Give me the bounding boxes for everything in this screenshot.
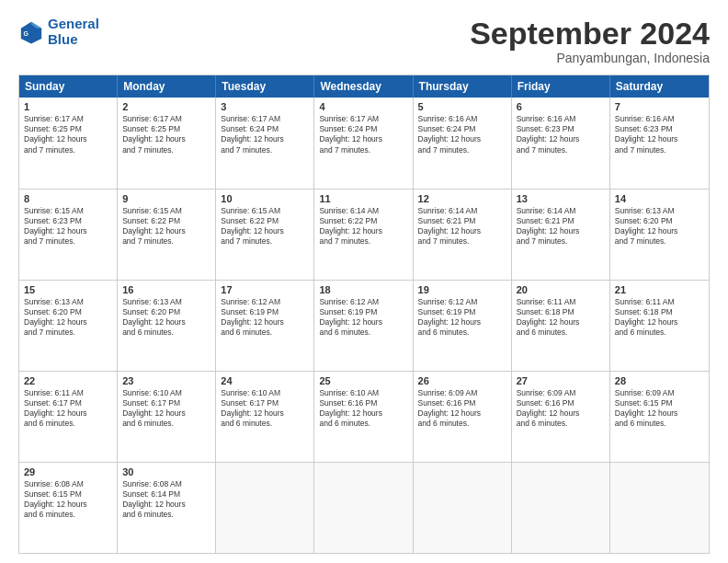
day-number: 2	[122, 101, 210, 112]
calendar-cell: 3Sunrise: 6:17 AM Sunset: 6:24 PM Daylig…	[216, 98, 314, 188]
day-number: 3	[221, 101, 309, 112]
day-info: Sunrise: 6:17 AM Sunset: 6:24 PM Dayligh…	[319, 114, 407, 155]
calendar-cell: 7Sunrise: 6:16 AM Sunset: 6:23 PM Daylig…	[610, 98, 709, 188]
day-number: 6	[517, 101, 605, 112]
title-block: September 2024 Panyambungan, Indonesia	[470, 17, 710, 65]
calendar-cell: 15Sunrise: 6:13 AM Sunset: 6:20 PM Dayli…	[19, 281, 118, 371]
day-info: Sunrise: 6:08 AM Sunset: 6:15 PM Dayligh…	[24, 479, 112, 520]
day-info: Sunrise: 6:14 AM Sunset: 6:21 PM Dayligh…	[517, 206, 605, 247]
day-info: Sunrise: 6:13 AM Sunset: 6:20 PM Dayligh…	[615, 206, 704, 247]
day-info: Sunrise: 6:16 AM Sunset: 6:24 PM Dayligh…	[418, 114, 506, 155]
day-info: Sunrise: 6:12 AM Sunset: 6:19 PM Dayligh…	[221, 297, 309, 338]
day-number: 10	[221, 193, 309, 204]
day-info: Sunrise: 6:10 AM Sunset: 6:16 PM Dayligh…	[319, 388, 407, 429]
calendar-row-5: 29Sunrise: 6:08 AM Sunset: 6:15 PM Dayli…	[19, 462, 709, 553]
calendar-cell: 9Sunrise: 6:15 AM Sunset: 6:22 PM Daylig…	[118, 190, 216, 280]
calendar-cell: 13Sunrise: 6:14 AM Sunset: 6:21 PM Dayli…	[512, 190, 610, 280]
calendar-cell: 29Sunrise: 6:08 AM Sunset: 6:15 PM Dayli…	[19, 463, 118, 553]
logo: G General Blue	[18, 17, 99, 47]
day-info: Sunrise: 6:17 AM Sunset: 6:24 PM Dayligh…	[221, 114, 309, 155]
header-day-wednesday: Wednesday	[314, 75, 413, 98]
month-title: September 2024	[470, 17, 710, 51]
calendar-cell: 26Sunrise: 6:09 AM Sunset: 6:16 PM Dayli…	[414, 372, 512, 462]
day-number: 24	[221, 375, 309, 386]
calendar-cell: 21Sunrise: 6:11 AM Sunset: 6:18 PM Dayli…	[610, 281, 709, 371]
day-info: Sunrise: 6:08 AM Sunset: 6:14 PM Dayligh…	[122, 479, 210, 520]
calendar-cell: 19Sunrise: 6:12 AM Sunset: 6:19 PM Dayli…	[414, 281, 512, 371]
day-info: Sunrise: 6:14 AM Sunset: 6:22 PM Dayligh…	[319, 206, 407, 247]
day-number: 29	[24, 466, 112, 477]
calendar-cell: 30Sunrise: 6:08 AM Sunset: 6:14 PM Dayli…	[118, 463, 216, 553]
day-info: Sunrise: 6:13 AM Sunset: 6:20 PM Dayligh…	[122, 297, 210, 338]
calendar-row-3: 15Sunrise: 6:13 AM Sunset: 6:20 PM Dayli…	[19, 280, 709, 371]
day-number: 4	[319, 101, 407, 112]
calendar-cell: 14Sunrise: 6:13 AM Sunset: 6:20 PM Dayli…	[610, 190, 709, 280]
calendar-cell: 11Sunrise: 6:14 AM Sunset: 6:22 PM Dayli…	[314, 190, 413, 280]
day-info: Sunrise: 6:13 AM Sunset: 6:20 PM Dayligh…	[24, 297, 112, 338]
location-subtitle: Panyambungan, Indonesia	[470, 51, 710, 65]
day-info: Sunrise: 6:17 AM Sunset: 6:25 PM Dayligh…	[122, 114, 210, 155]
day-number: 20	[517, 284, 605, 295]
day-info: Sunrise: 6:15 AM Sunset: 6:23 PM Dayligh…	[24, 206, 112, 247]
page: G General Blue September 2024 Panyambung…	[0, 0, 728, 563]
day-info: Sunrise: 6:10 AM Sunset: 6:17 PM Dayligh…	[221, 388, 309, 429]
day-number: 28	[615, 375, 704, 386]
calendar-cell: 2Sunrise: 6:17 AM Sunset: 6:25 PM Daylig…	[118, 98, 216, 188]
day-number: 7	[615, 101, 704, 112]
day-info: Sunrise: 6:10 AM Sunset: 6:17 PM Dayligh…	[122, 388, 210, 429]
day-number: 26	[418, 375, 506, 386]
calendar-cell: 1Sunrise: 6:17 AM Sunset: 6:25 PM Daylig…	[19, 98, 118, 188]
calendar-cell: 25Sunrise: 6:10 AM Sunset: 6:16 PM Dayli…	[314, 372, 413, 462]
header-day-sunday: Sunday	[19, 75, 118, 98]
day-number: 16	[122, 284, 210, 295]
calendar-body: 1Sunrise: 6:17 AM Sunset: 6:25 PM Daylig…	[19, 98, 709, 553]
day-info: Sunrise: 6:15 AM Sunset: 6:22 PM Dayligh…	[221, 206, 309, 247]
day-number: 21	[615, 284, 704, 295]
day-number: 5	[418, 101, 506, 112]
logo-icon: G	[18, 19, 44, 45]
day-info: Sunrise: 6:17 AM Sunset: 6:25 PM Dayligh…	[24, 114, 112, 155]
day-number: 11	[319, 193, 407, 204]
day-info: Sunrise: 6:12 AM Sunset: 6:19 PM Dayligh…	[418, 297, 506, 338]
calendar-row-1: 1Sunrise: 6:17 AM Sunset: 6:25 PM Daylig…	[19, 98, 709, 188]
calendar-cell: 28Sunrise: 6:09 AM Sunset: 6:15 PM Dayli…	[610, 372, 709, 462]
day-number: 8	[24, 193, 112, 204]
day-info: Sunrise: 6:12 AM Sunset: 6:19 PM Dayligh…	[319, 297, 407, 338]
header: G General Blue September 2024 Panyambung…	[18, 17, 710, 65]
calendar-cell: 22Sunrise: 6:11 AM Sunset: 6:17 PM Dayli…	[19, 372, 118, 462]
day-number: 23	[122, 375, 210, 386]
calendar-cell	[414, 463, 512, 553]
day-info: Sunrise: 6:11 AM Sunset: 6:17 PM Dayligh…	[24, 388, 112, 429]
day-info: Sunrise: 6:11 AM Sunset: 6:18 PM Dayligh…	[517, 297, 605, 338]
day-number: 18	[319, 284, 407, 295]
calendar-header: SundayMondayTuesdayWednesdayThursdayFrid…	[19, 75, 709, 98]
calendar-cell	[216, 463, 314, 553]
calendar-cell: 8Sunrise: 6:15 AM Sunset: 6:23 PM Daylig…	[19, 190, 118, 280]
day-number: 19	[418, 284, 506, 295]
calendar-cell: 10Sunrise: 6:15 AM Sunset: 6:22 PM Dayli…	[216, 190, 314, 280]
day-info: Sunrise: 6:09 AM Sunset: 6:16 PM Dayligh…	[517, 388, 605, 429]
header-day-friday: Friday	[512, 75, 610, 98]
calendar-cell: 6Sunrise: 6:16 AM Sunset: 6:23 PM Daylig…	[512, 98, 610, 188]
calendar-cell: 16Sunrise: 6:13 AM Sunset: 6:20 PM Dayli…	[118, 281, 216, 371]
header-day-saturday: Saturday	[610, 75, 709, 98]
calendar-row-2: 8Sunrise: 6:15 AM Sunset: 6:23 PM Daylig…	[19, 189, 709, 280]
day-info: Sunrise: 6:11 AM Sunset: 6:18 PM Dayligh…	[615, 297, 704, 338]
svg-text:G: G	[24, 30, 29, 37]
day-number: 1	[24, 101, 112, 112]
calendar-cell: 23Sunrise: 6:10 AM Sunset: 6:17 PM Dayli…	[118, 372, 216, 462]
day-number: 27	[517, 375, 605, 386]
calendar-cell	[314, 463, 413, 553]
calendar-cell: 17Sunrise: 6:12 AM Sunset: 6:19 PM Dayli…	[216, 281, 314, 371]
calendar-row-4: 22Sunrise: 6:11 AM Sunset: 6:17 PM Dayli…	[19, 371, 709, 462]
calendar: SundayMondayTuesdayWednesdayThursdayFrid…	[18, 75, 710, 554]
header-day-monday: Monday	[118, 75, 216, 98]
day-number: 13	[517, 193, 605, 204]
calendar-cell: 4Sunrise: 6:17 AM Sunset: 6:24 PM Daylig…	[314, 98, 413, 188]
calendar-cell: 18Sunrise: 6:12 AM Sunset: 6:19 PM Dayli…	[314, 281, 413, 371]
day-number: 9	[122, 193, 210, 204]
day-number: 17	[221, 284, 309, 295]
day-info: Sunrise: 6:15 AM Sunset: 6:22 PM Dayligh…	[122, 206, 210, 247]
day-info: Sunrise: 6:16 AM Sunset: 6:23 PM Dayligh…	[517, 114, 605, 155]
header-day-thursday: Thursday	[414, 75, 512, 98]
